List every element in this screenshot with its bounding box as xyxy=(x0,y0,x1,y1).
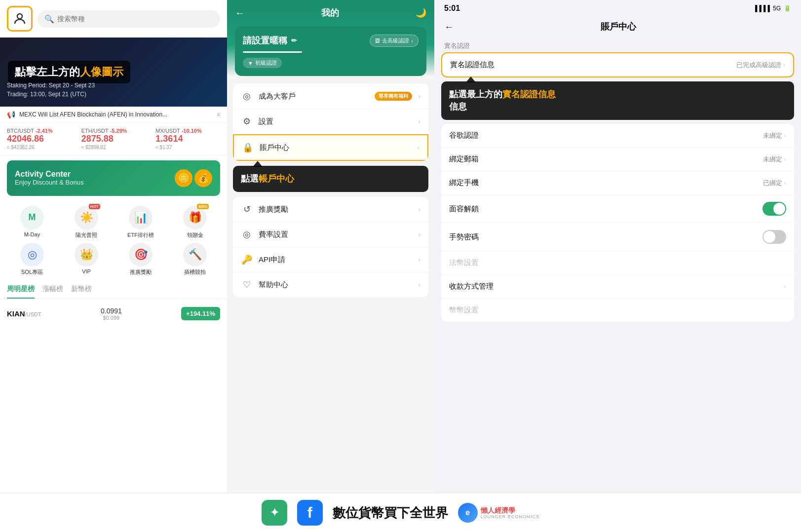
promo-rewards-icon: ↺ xyxy=(241,204,253,215)
hot-badge: HOT xyxy=(89,204,100,209)
mid-profile-section: 請設置暱稱 ✏ 🖼 去高級認證 › ▼ 初級認證 xyxy=(235,27,426,76)
vip-client-label: 成為大客戶 xyxy=(259,92,369,101)
coin-settings-label: 幣幣設置 xyxy=(449,305,479,315)
price-label-btc: BTC/USDT -2.41% xyxy=(7,128,72,134)
right-menu-google-auth[interactable]: 谷歌認證 未綁定 › xyxy=(441,124,794,148)
nickname-bar xyxy=(243,51,302,53)
kyc-value: 已完成高級認證 › xyxy=(736,61,785,70)
right-callout-box: 點選最上方的實名認證信息信息 xyxy=(441,81,794,120)
footer-bar: ✦ f 數位貨幣買下全世界 e 懶人經濟學 LOUNGER ECONOMICS xyxy=(0,493,801,532)
footer-brand-sub: LOUNGER ECONOMICS xyxy=(481,514,540,519)
help-icon: ♡ xyxy=(241,279,253,290)
price-item-btc[interactable]: BTC/USDT -2.41% 42046.86 ≈ $42382.26 xyxy=(7,128,72,150)
mid-menu-fee-settings[interactable]: ◎ 費率設置 › xyxy=(233,222,428,247)
help-arrow: › xyxy=(418,281,420,289)
right-menu-gesture-pwd[interactable]: 手勢密碼 xyxy=(441,223,794,251)
activity-coins: 🪙 💰 xyxy=(175,169,212,187)
settings-label: 設置 xyxy=(259,117,412,126)
quick-item-sunshine[interactable]: HOT ☀️ 陽光普照 xyxy=(61,206,112,239)
news-icon: 📢 xyxy=(7,111,15,118)
right-menu-fiat-settings: 法幣設置 xyxy=(441,251,794,275)
gesture-pwd-toggle[interactable] xyxy=(763,230,786,244)
help-label: 幫助中心 xyxy=(259,280,412,290)
price-value-btc: 42046.86 xyxy=(7,134,72,145)
verify-button[interactable]: 🖼 去高級認證 › xyxy=(370,35,419,47)
moon-icon[interactable]: 🌙 xyxy=(416,7,426,18)
quick-item-etf[interactable]: 📊 ETF排行榜 xyxy=(115,206,166,239)
bind-email-value: 未綁定 › xyxy=(763,155,786,164)
quick-label-etf: ETF排行榜 xyxy=(127,231,154,239)
mid-title: 我的 xyxy=(321,7,339,19)
dollar-badge: $200 xyxy=(197,204,209,209)
right-menu-bind-email[interactable]: 綁定郵箱 未綁定 › xyxy=(441,148,794,171)
middle-top: ← 我的 🌙 請設置暱稱 ✏ 🖼 去高級認證 › ▼ 初級認證 xyxy=(227,0,434,76)
mid-menu-vip-client[interactable]: ◎ 成為大客戶 尊享獨有福利 › xyxy=(233,84,428,109)
quick-label-vip: VIP xyxy=(82,268,91,274)
google-auth-arrow: › xyxy=(784,132,786,139)
user-icon xyxy=(12,11,27,26)
left-header: 🔍 xyxy=(0,0,227,38)
api-icon: 🔑 xyxy=(241,254,253,265)
footer-logo-fb: f xyxy=(297,500,323,526)
fee-settings-label: 費率設置 xyxy=(259,230,412,239)
right-menu-payment[interactable]: 收款方式管理 › xyxy=(441,275,794,299)
edit-icon[interactable]: ✏ xyxy=(291,37,297,44)
right-section-title: 實名認證 xyxy=(434,37,801,52)
price-item-eth[interactable]: ETH/USDT -5.29% 2875.88 ≈ $2898.82 xyxy=(81,128,146,150)
tab-weekly[interactable]: 周明星榜 xyxy=(7,285,35,299)
mid-menu-help[interactable]: ♡ 幫助中心 › xyxy=(233,272,428,297)
google-auth-value: 未綁定 › xyxy=(763,131,786,140)
quick-item-mday[interactable]: M M-Day xyxy=(7,206,57,239)
quick-item-promo[interactable]: 🎯 推廣獎勵 xyxy=(115,243,166,276)
quick-item-sol[interactable]: ◎ SOL專區 xyxy=(7,243,57,276)
account-callout-box: 點選帳戶中心 xyxy=(233,166,428,192)
fiat-settings-label: 法幣設置 xyxy=(449,258,479,267)
footer-brand-text: 懶人經濟學 xyxy=(481,506,540,515)
activity-text: Activity Center Enjoy Discount & Bonus xyxy=(15,170,83,186)
quick-item-gift[interactable]: $200 🎁 領贈金 xyxy=(170,206,220,239)
quick-item-auction[interactable]: 🔨 插槽競拍 xyxy=(170,243,220,276)
svg-point-0 xyxy=(17,14,22,19)
promo-rewards-arrow: › xyxy=(418,205,420,213)
mid-menu-settings[interactable]: ⚙ 設置 › xyxy=(233,109,428,134)
battery-icon: 🔋 xyxy=(784,5,791,12)
footer-logo-green: ✦ xyxy=(262,500,287,526)
activity-subtitle: Enjoy Discount & Bonus xyxy=(15,179,83,186)
search-bar[interactable]: 🔍 xyxy=(38,10,220,28)
tab-new[interactable]: 新幣榜 xyxy=(71,285,92,299)
promo-rewards-label: 推廣獎勵 xyxy=(259,205,412,214)
avatar-icon-box[interactable] xyxy=(7,6,33,32)
right-menu-kyc[interactable]: 實名認證信息 已完成高級認證 › xyxy=(442,53,793,76)
activity-banner[interactable]: Activity Center Enjoy Discount & Bonus 🪙… xyxy=(7,160,220,196)
callout-arrow xyxy=(253,161,263,167)
quick-label-auction: 插槽競拍 xyxy=(184,268,206,276)
quick-label-promo: 推廣獎勵 xyxy=(130,268,152,276)
payment-label: 收款方式管理 xyxy=(449,282,494,291)
table-row[interactable]: KIAN/USDT 0.0991 $0.099 +194.11% xyxy=(7,303,220,325)
kyc-label: 實名認證信息 xyxy=(450,60,495,70)
bind-email-label: 綁定郵箱 xyxy=(449,154,479,164)
right-back-button[interactable]: ← xyxy=(444,21,454,33)
news-more-icon: ≡ xyxy=(217,111,220,118)
mid-menu-api[interactable]: 🔑 API申請 › xyxy=(233,247,428,272)
price-usd-eth: ≈ $2898.82 xyxy=(81,145,146,150)
quick-icon-sol: ◎ xyxy=(20,243,44,266)
settings-icon: ⚙ xyxy=(241,116,253,127)
tab-gainers[interactable]: 漲幅榜 xyxy=(42,285,63,299)
mid-back-button[interactable]: ← xyxy=(235,7,245,19)
right-menu-face-unlock[interactable]: 面容解鎖 xyxy=(441,195,794,223)
right-menu-bind-phone[interactable]: 綁定手機 已綁定 › xyxy=(441,171,794,195)
banner-subtitle: Staking Period: Sept 20 - Sept 23 Tradin… xyxy=(7,81,95,99)
account-center-icon: 🔒 xyxy=(242,142,254,153)
quick-item-vip[interactable]: 👑 VIP xyxy=(61,243,112,276)
api-label: API申請 xyxy=(259,255,412,265)
crypto-name: KIAN/USDT xyxy=(7,309,41,318)
price-item-mx[interactable]: MX/USDT -10.10% 1.3614 ≈ $1.37 xyxy=(155,128,220,150)
face-unlock-toggle[interactable] xyxy=(763,202,786,216)
footer-main-text: 數位貨幣買下全世界 xyxy=(333,504,448,522)
mid-header: ← 我的 🌙 xyxy=(235,7,426,19)
mid-menu-account-center[interactable]: 🔒 賬戶中心 › xyxy=(233,134,428,161)
search-input[interactable] xyxy=(57,15,213,23)
fee-settings-arrow: › xyxy=(418,230,420,238)
mid-menu-promo-rewards[interactable]: ↺ 推廣獎勵 › xyxy=(233,197,428,222)
